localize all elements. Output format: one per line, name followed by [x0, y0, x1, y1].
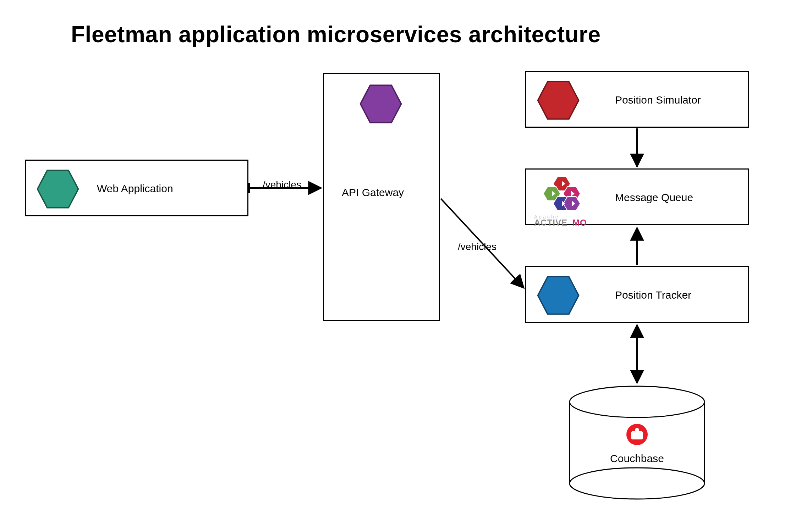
node-couchbase: Couchbase — [568, 385, 706, 502]
hexagon-icon — [360, 83, 402, 125]
node-label-message-queue: Message Queue — [615, 192, 693, 204]
svg-marker-1 — [360, 85, 401, 123]
edge-label-api-to-tracker: /vehicles — [458, 241, 496, 253]
svg-text:ACTIVE: ACTIVE — [534, 218, 567, 226]
diagram-title: Fleetman application microservices archi… — [71, 21, 601, 48]
activemq-logo-icon: Apache ACTIVE MQ — [533, 173, 597, 226]
svg-point-21 — [570, 468, 704, 499]
svg-marker-0 — [37, 170, 78, 208]
node-api-gateway: API Gateway — [323, 73, 440, 321]
node-label-api-gateway: API Gateway — [342, 187, 404, 199]
node-position-tracker: Position Tracker — [525, 266, 749, 323]
svg-text:Couchbase: Couchbase — [610, 453, 664, 464]
edge-label-web-to-api: /vehicles — [263, 179, 301, 190]
node-web-application: Web Application — [25, 160, 248, 216]
svg-text:MQ: MQ — [572, 218, 587, 226]
svg-marker-2 — [538, 82, 578, 119]
node-position-simulator: Position Simulator — [525, 71, 749, 128]
node-label-position-simulator: Position Simulator — [615, 94, 701, 106]
node-message-queue: Apache ACTIVE MQ Message Queue — [525, 168, 749, 225]
hexagon-icon — [537, 79, 580, 122]
svg-marker-16 — [538, 277, 578, 314]
node-label-web-application: Web Application — [97, 183, 173, 195]
hexagon-icon — [537, 274, 580, 317]
node-label-position-tracker: Position Tracker — [615, 289, 691, 301]
hexagon-icon — [37, 168, 79, 210]
